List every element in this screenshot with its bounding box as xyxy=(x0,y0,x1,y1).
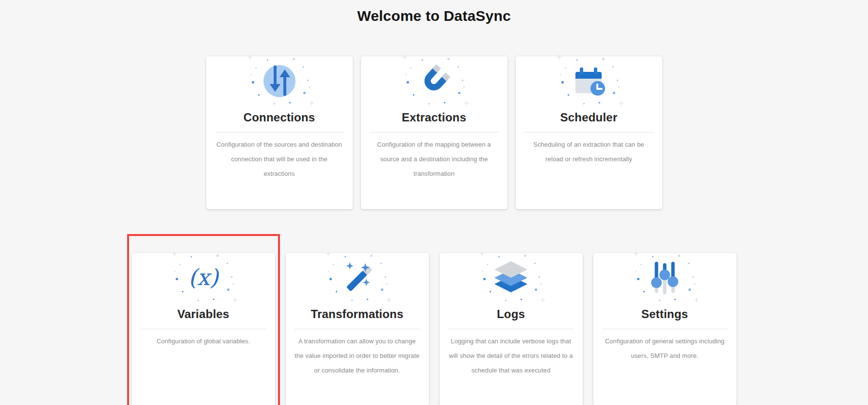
layers-icon: + + xyxy=(440,253,583,302)
card-description: Configuration of global variables. xyxy=(132,329,275,349)
sparkle-star-icon: + xyxy=(232,295,238,304)
sparkle-star-icon: + xyxy=(326,249,331,258)
card-variables[interactable]: + + (x) Variables Configuration of globa… xyxy=(132,253,275,405)
card-wrap-scheduler: + + Scheduler Scheduling of an extractio… xyxy=(516,42,662,209)
sparkle-dots xyxy=(589,81,590,82)
card-description: Configuration of the mapping between a s… xyxy=(361,133,508,181)
sparkle-star-icon: + xyxy=(247,52,252,62)
card-logs[interactable]: + + Logs Logging that can include verbos… xyxy=(440,253,583,405)
card-description: Scheduling of an extraction that can be … xyxy=(516,133,662,167)
sparkle-dots xyxy=(665,277,666,279)
function-x-icon: + + (x) xyxy=(132,253,275,302)
card-wrap-connections: + + Connections Configuration of the sou… xyxy=(206,42,353,209)
sparkle-dots xyxy=(434,81,436,82)
card-connections[interactable]: + + Connections Configuration of the sou… xyxy=(206,56,353,209)
card-title: Connections xyxy=(206,111,353,124)
card-description: Configuration of general settings includ… xyxy=(593,329,737,363)
card-scheduler[interactable]: + + Scheduler Scheduling of an extractio… xyxy=(516,56,662,209)
sync-arrows-icon: + + xyxy=(206,56,353,105)
card-wrap-extractions: + + Extractions Configuration of the map… xyxy=(361,42,508,209)
sparkle-star-icon: + xyxy=(694,295,699,304)
card-wrap-settings: + + Settings Con xyxy=(593,238,737,405)
sparkle-dots xyxy=(511,277,512,279)
sparkle-star-icon: + xyxy=(540,295,545,304)
page-title: Welcome to DataSync xyxy=(0,0,868,24)
sparkle-dots xyxy=(357,277,359,279)
sparkle-star-icon: + xyxy=(402,52,407,62)
sparkle-star-icon: + xyxy=(633,249,639,258)
card-wrap-logs: + + Logs Logging that can include verbos… xyxy=(440,238,583,405)
magnet-icon: + + xyxy=(361,56,508,105)
cards-row-top: + + Connections Configuration of the sou… xyxy=(0,42,868,209)
sparkle-dots xyxy=(279,81,281,82)
sparkle-star-icon: + xyxy=(557,52,562,62)
sparkle-star-icon: + xyxy=(464,99,469,108)
card-settings[interactable]: + + Settings Con xyxy=(593,253,737,405)
card-title: Scheduler xyxy=(516,111,662,124)
card-description: Logging that can include verbose logs th… xyxy=(440,329,583,378)
calendar-clock-icon: + + xyxy=(516,56,662,105)
sparkle-star-icon: + xyxy=(619,99,624,108)
magic-wand-icon: + + xyxy=(286,253,429,302)
card-title: Extractions xyxy=(361,111,508,124)
card-title: Transformations xyxy=(286,307,429,321)
sliders-icon: + + xyxy=(593,253,737,302)
card-title: Variables xyxy=(132,307,275,321)
card-transformations[interactable]: + + Transformations A transformation ca xyxy=(286,253,429,405)
highlight-border: + + (x) Variables Configuration of globa… xyxy=(132,238,275,405)
sparkle-star-icon: + xyxy=(172,249,177,258)
sparkle-star-icon: + xyxy=(386,295,392,304)
sparkle-star-icon: + xyxy=(309,99,314,108)
sparkle-dots xyxy=(203,277,205,279)
cards-row-bottom: + + (x) Variables Configuration of globa… xyxy=(0,238,868,405)
card-extractions[interactable]: + + Extractions Configuration of the map… xyxy=(361,56,508,209)
sparkle-star-icon: + xyxy=(479,249,485,258)
card-title: Logs xyxy=(440,307,583,321)
card-description: A transformation can allow you to change… xyxy=(286,329,429,378)
card-title: Settings xyxy=(593,307,737,321)
card-wrap-transformations: + + Transformations A transformation ca xyxy=(286,238,429,405)
card-description: Configuration of the sources and destina… xyxy=(206,133,353,181)
